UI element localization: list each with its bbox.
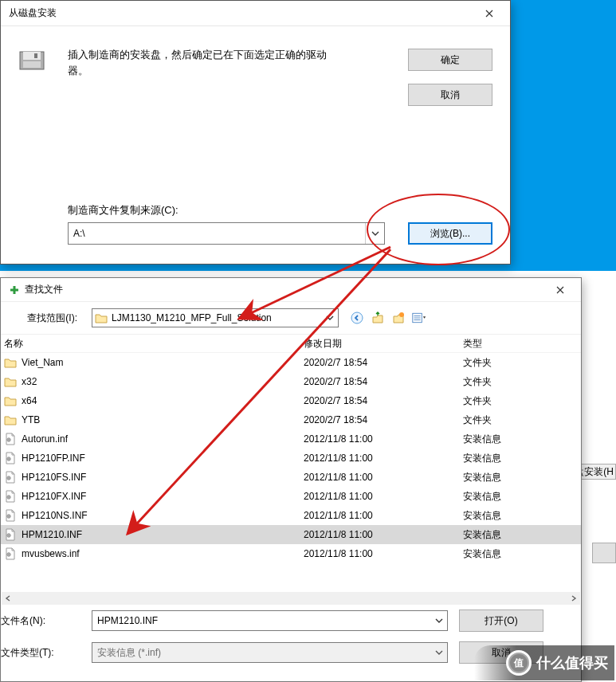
- file-item[interactable]: HP1210FP.INF2012/11/8 11:00安装信息: [1, 449, 581, 468]
- item-name: HPM1210.INF: [22, 529, 82, 540]
- horizontal-scrollbar[interactable]: [2, 592, 580, 605]
- filetype-label: 文件类型(T):: [1, 646, 80, 660]
- titlebar[interactable]: 从磁盘安装: [1, 1, 510, 26]
- file-item[interactable]: HP1210FX.INF2012/11/8 11:00安装信息: [1, 487, 581, 506]
- item-type: 安装信息: [463, 528, 581, 542]
- browse-button[interactable]: 浏览(B)...: [408, 222, 492, 245]
- folder-icon: [4, 375, 17, 388]
- item-date: 2012/11/8 11:00: [304, 548, 463, 559]
- column-name[interactable]: 名称: [1, 337, 304, 351]
- new-folder-button[interactable]: [391, 311, 406, 325]
- item-date: 2020/2/7 18:54: [304, 395, 463, 406]
- item-date: 2012/11/8 11:00: [304, 529, 463, 540]
- folder-name: LJM1130_M1210_MFP_Full_Solution: [110, 312, 322, 323]
- look-in-combobox[interactable]: LJM1130_M1210_MFP_Full_Solution: [92, 308, 339, 327]
- up-one-level-button[interactable]: [371, 311, 385, 325]
- item-name: HP1210FS.INF: [22, 472, 86, 483]
- watermark: 值 什么值得买: [474, 645, 614, 680]
- inf-file-icon: [4, 547, 17, 560]
- svg-text:值: 值: [513, 657, 524, 668]
- item-type: 安装信息: [463, 547, 581, 561]
- svg-point-5: [351, 312, 363, 323]
- file-item[interactable]: HPM1210.INF2012/11/8 11:00安装信息: [1, 525, 581, 544]
- item-date: 2020/2/7 18:54: [304, 376, 463, 387]
- watermark-text: 什么值得买: [536, 653, 608, 672]
- item-type: 文件夹: [463, 356, 581, 370]
- dialog-icon: [9, 284, 20, 296]
- file-item[interactable]: mvusbews.inf2012/11/8 11:00安装信息: [1, 544, 581, 563]
- dialog-title: 查找文件: [25, 283, 63, 296]
- chevron-down-icon[interactable]: [322, 314, 338, 322]
- list-header[interactable]: 名称 修改日期 类型: [1, 334, 581, 353]
- inf-file-icon: [4, 509, 17, 522]
- filetype-combobox[interactable]: 安装信息 (*.inf): [92, 642, 448, 663]
- item-type: 安装信息: [463, 509, 581, 523]
- item-type: 安装信息: [463, 471, 581, 484]
- scroll-left-button[interactable]: [2, 592, 14, 605]
- nav-toolbar: [350, 311, 426, 325]
- item-date: 2012/11/8 11:00: [304, 510, 463, 521]
- folder-item[interactable]: x322020/2/7 18:54文件夹: [1, 372, 581, 391]
- item-type: 安装信息: [463, 452, 581, 465]
- item-type: 安装信息: [463, 433, 581, 446]
- item-date: 2012/11/8 11:00: [304, 472, 463, 483]
- close-icon: [556, 286, 564, 294]
- item-name: HP1210FP.INF: [22, 453, 85, 464]
- file-item[interactable]: Autorun.inf2012/11/8 11:00安装信息: [1, 429, 581, 449]
- chevron-down-icon[interactable]: [431, 617, 447, 625]
- item-date: 2020/2/7 18:54: [304, 414, 463, 425]
- item-type: 文件夹: [463, 375, 581, 389]
- folder-item[interactable]: YTB2020/2/7 18:54文件夹: [1, 410, 581, 429]
- item-date: 2012/11/8 11:00: [304, 453, 463, 464]
- dialog-title: 从磁盘安装: [9, 6, 57, 20]
- back-button[interactable]: [350, 311, 364, 325]
- inf-file-icon: [4, 452, 17, 464]
- chevron-down-icon[interactable]: [365, 223, 384, 244]
- item-name: HP1210NS.INF: [22, 510, 88, 521]
- inf-file-icon: [4, 471, 17, 484]
- inf-file-icon: [4, 490, 17, 503]
- svg-rect-3: [23, 61, 41, 68]
- source-path-combobox[interactable]: A:\: [68, 222, 385, 245]
- view-menu-button[interactable]: [412, 311, 426, 325]
- folder-icon: [92, 312, 110, 323]
- column-type[interactable]: 类型: [463, 337, 581, 351]
- scroll-right-button[interactable]: [567, 592, 580, 605]
- source-label: 制造商文件复制来源(C):: [68, 203, 179, 218]
- file-list[interactable]: 名称 修改日期 类型 Viet_Nam2020/2/7 18:54文件夹x322…: [1, 334, 581, 605]
- folder-icon: [4, 394, 17, 407]
- item-name: Autorun.inf: [22, 433, 68, 445]
- svg-point-6: [399, 312, 404, 317]
- item-type: 文件夹: [463, 414, 581, 427]
- inf-file-icon: [4, 528, 17, 541]
- folder-item[interactable]: x642020/2/7 18:54文件夹: [1, 391, 581, 410]
- ok-button[interactable]: 确定: [408, 49, 492, 71]
- item-type: 文件夹: [463, 394, 581, 408]
- instruction-text: 插入制造商的安装盘，然后确定已在下面选定正确的驱动器。: [68, 47, 347, 78]
- find-file-dialog: 查找文件 查找范围(I): LJM1130_M1210_MFP_Full_Sol…: [0, 277, 582, 682]
- svg-rect-2: [34, 53, 37, 58]
- folder-item[interactable]: Viet_Nam2020/2/7 18:54文件夹: [1, 353, 581, 372]
- look-in-row: 查找范围(I): LJM1130_M1210_MFP_Full_Solution: [1, 302, 581, 334]
- titlebar[interactable]: 查找文件: [1, 278, 581, 302]
- item-name: HP1210FX.INF: [22, 491, 86, 502]
- filename-row: 文件名(N): HPM1210.INF 打开(O): [1, 605, 581, 637]
- file-item[interactable]: HP1210NS.INF2012/11/8 11:00安装信息: [1, 506, 581, 525]
- inf-file-icon: [4, 433, 17, 445]
- item-date: 2012/11/8 11:00: [304, 491, 463, 502]
- item-name: x64: [22, 395, 37, 406]
- cancel-button[interactable]: 取消: [408, 84, 492, 106]
- filename-label: 文件名(N):: [1, 614, 80, 628]
- column-date[interactable]: 修改日期: [304, 337, 463, 351]
- item-name: Viet_Nam: [22, 357, 63, 368]
- background-button-fragment-2: [592, 543, 616, 563]
- item-date: 2020/2/7 18:54: [304, 357, 463, 368]
- filename-combobox[interactable]: HPM1210.INF: [92, 610, 448, 631]
- look-in-label: 查找范围(I):: [1, 312, 80, 325]
- item-type: 安装信息: [463, 490, 581, 504]
- file-item[interactable]: HP1210FS.INF2012/11/8 11:00安装信息: [1, 468, 581, 487]
- close-button[interactable]: [473, 3, 505, 24]
- close-button[interactable]: [544, 280, 576, 300]
- chevron-down-icon[interactable]: [431, 649, 447, 657]
- open-button[interactable]: 打开(O): [459, 609, 543, 632]
